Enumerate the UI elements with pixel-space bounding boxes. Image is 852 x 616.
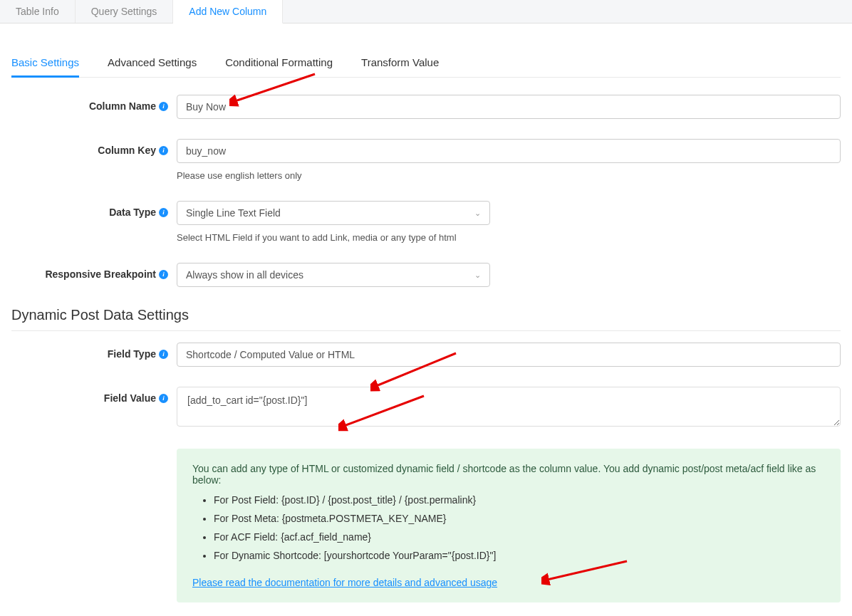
subtab-basic-settings[interactable]: Basic Settings bbox=[11, 49, 79, 78]
column-key-helper: Please use english letters only bbox=[177, 170, 841, 181]
field-value-label: Field Value i bbox=[11, 387, 177, 404]
info-icon[interactable]: i bbox=[159, 350, 168, 359]
field-type-select[interactable]: Shortcode / Computed Value or HTML bbox=[177, 343, 841, 367]
responsive-breakpoint-select[interactable]: Always show in all devices ⌄ bbox=[177, 263, 490, 287]
info-panel-intro: You can add any type of HTML or customiz… bbox=[192, 463, 825, 486]
subtab-advanced-settings[interactable]: Advanced Settings bbox=[108, 49, 197, 77]
info-icon[interactable]: i bbox=[159, 208, 168, 217]
tab-add-new-column[interactable]: Add New Column bbox=[173, 0, 283, 24]
top-tabs: Table Info Query Settings Add New Column bbox=[0, 0, 852, 24]
info-panel-item: For Post Meta: {postmeta.POSTMETA_KEY_NA… bbox=[214, 513, 825, 524]
responsive-breakpoint-label: Responsive Breakpoint i bbox=[11, 263, 177, 280]
documentation-link[interactable]: Please read the documentation for more d… bbox=[192, 577, 497, 588]
sub-tabs: Basic Settings Advanced Settings Conditi… bbox=[11, 49, 841, 78]
column-name-label: Column Name i bbox=[11, 95, 177, 112]
info-panel-item: For Post Field: {post.ID} / {post.post_t… bbox=[214, 494, 825, 506]
data-type-label: Data Type i bbox=[11, 201, 177, 218]
tab-table-info[interactable]: Table Info bbox=[0, 0, 76, 23]
info-icon[interactable]: i bbox=[159, 394, 168, 403]
column-name-input[interactable] bbox=[177, 95, 841, 119]
field-value-textarea[interactable] bbox=[177, 387, 841, 427]
chevron-down-icon: ⌄ bbox=[474, 209, 481, 218]
info-icon[interactable]: i bbox=[159, 146, 168, 155]
info-panel: You can add any type of HTML or customiz… bbox=[177, 449, 841, 602]
subtab-conditional-formatting[interactable]: Conditional Formatting bbox=[225, 49, 333, 77]
chevron-down-icon: ⌄ bbox=[474, 271, 481, 280]
field-type-label: Field Type i bbox=[11, 343, 177, 360]
tab-query-settings[interactable]: Query Settings bbox=[76, 0, 174, 23]
info-icon[interactable]: i bbox=[159, 270, 168, 279]
info-panel-item: For ACF Field: {acf.acf_field_name} bbox=[214, 531, 825, 543]
subtab-transform-value[interactable]: Transform Value bbox=[361, 49, 439, 77]
data-type-select[interactable]: Single Line Text Field ⌄ bbox=[177, 201, 490, 225]
column-key-input[interactable] bbox=[177, 139, 841, 163]
dynamic-section-heading: Dynamic Post Data Settings bbox=[11, 307, 841, 331]
data-type-helper: Select HTML Field if you want to add Lin… bbox=[177, 232, 841, 243]
info-panel-item: For Dynamic Shortcode: [yourshortcode Yo… bbox=[214, 550, 825, 561]
info-icon[interactable]: i bbox=[159, 102, 168, 111]
column-key-label: Column Key i bbox=[11, 139, 177, 156]
